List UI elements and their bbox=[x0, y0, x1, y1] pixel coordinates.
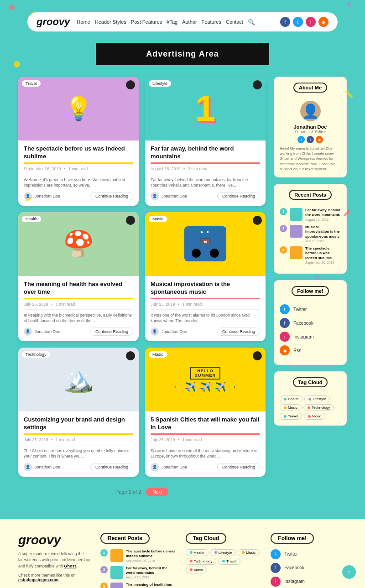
about-facebook-icon[interactable]: f bbox=[307, 136, 314, 143]
next-button[interactable]: Next bbox=[146, 488, 168, 496]
footer-tagline: A super modern theme following the lates… bbox=[18, 551, 91, 570]
footer-follow-twitter[interactable]: t Twitter bbox=[271, 549, 347, 559]
ghost-link[interactable]: Ghost bbox=[64, 564, 76, 568]
posts-grid: Travel 💡 The spectacle before us was ind… bbox=[18, 77, 266, 505]
about-social: t f ◉ bbox=[280, 136, 341, 143]
continue-reading-4[interactable]: Continue Reading bbox=[217, 328, 260, 336]
studio-link[interactable]: estudiopategon.com bbox=[18, 578, 58, 582]
post-card-3: Health 🍄 The meaning of health has evolv… bbox=[18, 212, 139, 341]
recent-info-3: The spectacle before us was indeed subli… bbox=[305, 246, 341, 264]
footer-tag-technology[interactable]: Technology bbox=[186, 558, 216, 565]
nav-post-features[interactable]: Post Features bbox=[131, 19, 162, 25]
follow-twitter[interactable]: t Twitter bbox=[280, 304, 341, 314]
footer-facebook-label: Facebook bbox=[284, 565, 304, 570]
recent-num-2: 2 bbox=[280, 225, 287, 232]
post-title-1[interactable]: The spectacle before us was indeed subli… bbox=[24, 145, 133, 161]
continue-reading-1[interactable]: Continue Reading bbox=[90, 192, 133, 200]
footer-recent-post-title-1[interactable]: The spectacle before us was indeed subli… bbox=[126, 549, 177, 559]
author-name-1: Jonathan Doe bbox=[35, 194, 88, 198]
post-meta-4: July 23, 2019 • 1 min read bbox=[151, 302, 260, 310]
nav-home[interactable]: Home bbox=[77, 19, 90, 25]
author-avatar-6: 👤 bbox=[151, 463, 159, 471]
about-role: Founder & Editor bbox=[280, 130, 341, 134]
twitter-nav-icon[interactable]: t bbox=[293, 17, 303, 27]
recent-num-1: 1 bbox=[280, 208, 287, 215]
nav-header-styles[interactable]: Header Styles bbox=[95, 19, 126, 25]
recent-title-1[interactable]: Far far away, behind the word mountains bbox=[305, 208, 341, 218]
nav-author[interactable]: Author bbox=[182, 19, 197, 25]
facebook-nav-icon[interactable]: f bbox=[280, 17, 290, 27]
footer-follow-title: Follow me! bbox=[271, 533, 314, 544]
navbar: groovy Home Header Styles Post Features … bbox=[0, 0, 365, 31]
footer-tag-dot-lifestyle bbox=[214, 551, 217, 554]
footer-follow-instagram[interactable]: i Instagram bbox=[271, 577, 347, 587]
follow-instagram[interactable]: i Instagram bbox=[280, 332, 341, 342]
recent-post-item-1: 1 Far far away, behind the word mountain… bbox=[280, 208, 341, 221]
rss-follow-icon: ◉ bbox=[280, 345, 290, 355]
footer-tag-title: Tag Cloud bbox=[186, 533, 227, 544]
rss-nav-icon[interactable]: ◉ bbox=[318, 17, 328, 27]
main-content: Travel 💡 The spectacle before us was ind… bbox=[0, 77, 365, 519]
post-tag-3[interactable]: Health bbox=[22, 216, 41, 222]
nav-contact[interactable]: Contact bbox=[226, 19, 243, 25]
footer-tag-health[interactable]: Health bbox=[186, 549, 209, 556]
instagram-nav-icon[interactable]: i bbox=[306, 17, 316, 27]
continue-reading-5[interactable]: Continue Reading bbox=[90, 463, 133, 471]
continue-reading-6[interactable]: Continue Reading bbox=[217, 463, 260, 471]
deco-circle-3 bbox=[14, 61, 20, 68]
post-title-2[interactable]: Far far away, behind the word mountains bbox=[151, 145, 260, 161]
post-title-4[interactable]: Musical improvisation is the spontaneous… bbox=[151, 281, 260, 296]
tag-cloud-container: Health Lifestyle Music Technology Travel bbox=[280, 395, 341, 420]
search-icon[interactable]: 🔍 bbox=[248, 19, 255, 26]
follow-facebook[interactable]: f Facebook bbox=[280, 318, 341, 328]
post-meta-2: August 15, 2019 • 2 min read bbox=[151, 167, 260, 174]
continue-reading-3[interactable]: Continue Reading bbox=[90, 328, 133, 336]
post-tag-2[interactable]: Lifestyle bbox=[149, 80, 171, 87]
post-title-5[interactable]: Customizing your brand and design settin… bbox=[24, 416, 133, 432]
tag-health[interactable]: Health bbox=[280, 395, 302, 402]
tag-lifestyle[interactable]: Lifestyle bbox=[304, 395, 330, 402]
continue-reading-2[interactable]: Continue Reading bbox=[217, 192, 260, 200]
footer-recent-post-title-3[interactable]: The meaning of health has evolved over t… bbox=[126, 583, 177, 588]
recent-info-2: Musical improvisation is the spontaneous… bbox=[305, 225, 341, 243]
post-title-6[interactable]: 5 Spanish Cities that will make you fall… bbox=[151, 416, 260, 432]
deco-circle-1 bbox=[9, 5, 15, 10]
tag-video[interactable]: Video bbox=[304, 413, 325, 420]
post-title-3[interactable]: The meaning of health has evolved over t… bbox=[24, 281, 133, 296]
footer-tag-travel[interactable]: Travel bbox=[218, 558, 240, 565]
recent-title-3[interactable]: The spectacle before us was indeed subli… bbox=[305, 246, 341, 260]
footer-tag-lifestyle[interactable]: Lifestyle bbox=[210, 549, 236, 556]
post-image-5: Technology 🏔️ bbox=[18, 348, 139, 411]
about-name: Jonathan Doe bbox=[280, 124, 341, 130]
footer-tag-video[interactable]: Video bbox=[186, 567, 207, 573]
post-footer-3: 👤 Jonathan Doe Continue Reading bbox=[24, 328, 133, 336]
about-twitter-icon[interactable]: t bbox=[297, 136, 305, 143]
footer-recent-date-2: August 15, 2019 bbox=[126, 576, 177, 579]
pagination: Page 1 of 2 Next bbox=[18, 483, 266, 505]
post-card-4: Music ▶ ■ 📼 Musical improvisation is the… bbox=[145, 212, 266, 341]
tag-technology[interactable]: Technology bbox=[303, 404, 334, 411]
site-logo[interactable]: groovy bbox=[36, 16, 70, 28]
post-body-5: Customizing your brand and design settin… bbox=[18, 411, 139, 477]
deco-circle-6 bbox=[332, 152, 338, 158]
post-tag-1[interactable]: Travel bbox=[22, 80, 41, 87]
back-to-top[interactable]: ↑ bbox=[342, 565, 356, 579]
footer-tag-music[interactable]: Music bbox=[238, 549, 260, 556]
tag-music[interactable]: Music bbox=[280, 404, 302, 411]
post-body-6: 5 Spanish Cities that will make you fall… bbox=[145, 411, 266, 477]
post-tag-5[interactable]: Technology bbox=[22, 351, 50, 358]
footer-follow-facebook[interactable]: f Facebook bbox=[271, 563, 347, 573]
nav-links: Home Header Styles Post Features #Tag Au… bbox=[77, 19, 280, 26]
footer-recent-thumb-2 bbox=[110, 566, 123, 579]
recent-post-item-2: 2 Musical improvisation is the spontaneo… bbox=[280, 225, 341, 243]
tag-travel[interactable]: Travel bbox=[280, 413, 302, 420]
post-tag-4[interactable]: Music bbox=[149, 216, 167, 222]
post-tag-6[interactable]: Music bbox=[149, 351, 167, 358]
recent-title-2[interactable]: Musical improvisation is the spontaneous… bbox=[305, 225, 341, 239]
footer-recent-post-title-2[interactable]: Far far away, behind the word mountains bbox=[126, 566, 177, 576]
about-rss-icon[interactable]: ◉ bbox=[316, 136, 323, 143]
footer-follow: Follow me! t Twitter f Facebook i Instag… bbox=[271, 533, 347, 588]
nav-features[interactable]: Features bbox=[202, 19, 221, 25]
nav-tag[interactable]: #Tag bbox=[167, 19, 177, 25]
follow-rss[interactable]: ◉ Rss bbox=[280, 345, 341, 355]
